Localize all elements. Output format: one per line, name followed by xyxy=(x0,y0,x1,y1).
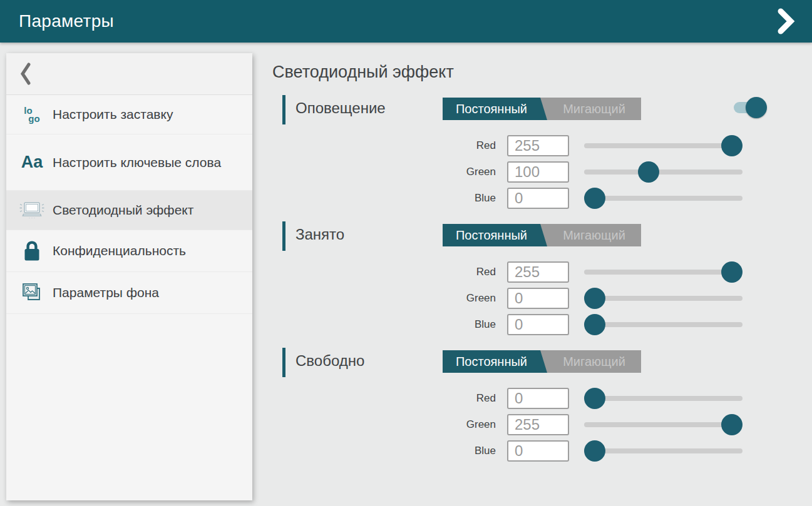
slider-track xyxy=(584,422,743,427)
slider-track xyxy=(584,396,743,401)
sidebar: lo go Настроить заставку Aa Настроить кл… xyxy=(6,53,252,500)
mode-option-solid[interactable]: Постоянный xyxy=(443,224,547,246)
red-value-input[interactable] xyxy=(507,135,569,156)
sidebar-item-label: Светодиодный эффект xyxy=(46,201,193,219)
led-display-icon xyxy=(18,199,46,221)
blue-slider[interactable] xyxy=(584,440,743,462)
slider-thumb xyxy=(721,135,743,156)
led-section-free: Свободно Мигающий Постоянный Red Green B… xyxy=(272,345,779,470)
sidebar-item-label: Параметры фона xyxy=(46,284,159,301)
green-slider[interactable] xyxy=(584,287,743,310)
logo-icon: lo go xyxy=(18,106,46,123)
led-section-alert: Оповещение Мигающий Постоянный Red Green xyxy=(272,93,779,218)
mode-segmented-control: Мигающий Постоянный xyxy=(443,350,641,373)
mode-option-blinking[interactable]: Мигающий xyxy=(547,350,641,373)
blue-channel-label: Blue xyxy=(421,187,496,210)
red-value-input[interactable] xyxy=(507,388,569,409)
red-channel-label: Red xyxy=(421,134,496,157)
mode-option-blinking[interactable]: Мигающий xyxy=(547,224,641,246)
images-icon xyxy=(18,281,46,305)
slider-thumb xyxy=(721,261,743,283)
section-title: Оповещение xyxy=(296,99,386,117)
slider-thumb xyxy=(638,161,659,183)
slider-track xyxy=(584,270,743,275)
blue-value-input[interactable] xyxy=(507,188,569,209)
sidebar-item-splash-screen[interactable]: lo go Настроить заставку xyxy=(6,95,252,134)
section-accent-bar xyxy=(282,95,285,124)
blue-slider[interactable] xyxy=(584,313,743,336)
sidebar-item-privacy[interactable]: Конфиденциальность xyxy=(6,230,252,272)
slider-track xyxy=(584,448,743,453)
red-channel-label: Red xyxy=(421,387,496,410)
green-slider[interactable] xyxy=(584,161,743,183)
sidebar-item-label: Настроить заставку xyxy=(46,106,173,123)
sidebar-collapse-button[interactable] xyxy=(6,53,252,95)
green-value-input[interactable] xyxy=(507,161,569,183)
blue-channel-label: Blue xyxy=(421,313,496,336)
red-slider[interactable] xyxy=(584,387,743,410)
section-accent-bar xyxy=(282,348,285,377)
sidebar-item-led-effect[interactable]: Светодиодный эффект xyxy=(6,191,252,230)
slider-thumb xyxy=(584,288,605,309)
green-channel-label: Green xyxy=(421,287,496,310)
page-title: Параметры xyxy=(19,11,114,31)
slider-thumb xyxy=(584,314,605,335)
mode-segmented-control: Мигающий Постоянный xyxy=(443,224,641,246)
section-accent-bar xyxy=(282,221,285,251)
slider-thumb xyxy=(721,414,743,435)
slider-thumb xyxy=(584,440,605,462)
green-channel-label: Green xyxy=(421,413,496,436)
slider-track xyxy=(584,322,743,327)
mode-option-solid[interactable]: Постоянный xyxy=(443,350,547,373)
slider-track xyxy=(584,296,743,301)
blue-value-input[interactable] xyxy=(507,440,569,462)
sidebar-item-label: Конфиденциальность xyxy=(46,242,186,260)
blue-slider[interactable] xyxy=(584,187,743,210)
chevron-right-icon[interactable] xyxy=(772,6,801,36)
slider-thumb xyxy=(584,388,605,409)
green-channel-label: Green xyxy=(421,161,496,183)
slider-thumb xyxy=(584,188,605,209)
red-channel-label: Red xyxy=(421,261,496,283)
sidebar-item-background[interactable]: Параметры фона xyxy=(6,272,252,314)
green-value-input[interactable] xyxy=(507,414,569,435)
blue-channel-label: Blue xyxy=(421,440,496,462)
lock-icon xyxy=(18,240,46,262)
blue-value-input[interactable] xyxy=(507,314,569,335)
mode-option-blinking[interactable]: Мигающий xyxy=(547,98,641,120)
alert-enabled-toggle[interactable] xyxy=(734,93,778,124)
slider-track xyxy=(584,143,743,148)
red-slider[interactable] xyxy=(584,134,743,157)
sidebar-item-label: Настроить ключевые слова xyxy=(46,154,221,171)
red-value-input[interactable] xyxy=(507,261,569,283)
mode-segmented-control: Мигающий Постоянный xyxy=(443,98,641,120)
led-section-busy: Занято Мигающий Постоянный Red Green Blu… xyxy=(272,219,779,344)
app-bar: Параметры xyxy=(0,0,812,43)
slider-track xyxy=(584,170,743,175)
section-title: Занято xyxy=(296,226,344,243)
section-title: Свободно xyxy=(296,352,364,370)
toggle-thumb xyxy=(746,97,767,118)
settings-screen: Параметры lo go Настроить заставку xyxy=(0,0,812,506)
content-title: Светодиодный эффект xyxy=(272,63,454,82)
mode-option-solid[interactable]: Постоянный xyxy=(443,98,547,120)
chevron-left-icon xyxy=(19,62,33,86)
slider-track xyxy=(584,196,743,201)
green-value-input[interactable] xyxy=(507,288,569,309)
red-slider[interactable] xyxy=(584,261,743,283)
green-slider[interactable] xyxy=(584,413,743,436)
keywords-icon: Aa xyxy=(18,153,46,172)
sidebar-item-keywords[interactable]: Aa Настроить ключевые слова xyxy=(6,134,252,191)
